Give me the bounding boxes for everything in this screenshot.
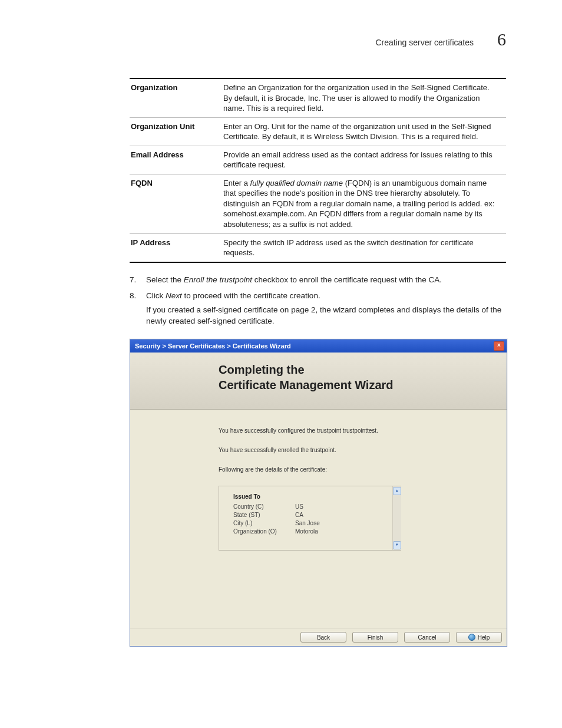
wizard-banner: Completing the Certificate Management Wi…	[130, 353, 507, 410]
desc-ip-address: Specify the switch IP address used as th…	[222, 233, 506, 262]
cancel-button[interactable]: Cancel	[404, 632, 450, 643]
table-row: FQDN Enter a fully qualified domain name…	[130, 174, 506, 233]
wizard-breadcrumb: Security > Server Certificates > Certifi…	[135, 342, 291, 350]
step-text: Click Next to proceed with the certifica…	[146, 291, 320, 302]
term-email-address: Email Address	[130, 146, 222, 174]
scroll-up-icon[interactable]: ▴	[393, 487, 401, 495]
wizard-heading: Completing the Certificate Management Wi…	[219, 362, 495, 393]
issued-to-header: Issued To	[233, 493, 394, 500]
desc-email-address: Provide an email address used as the con…	[222, 146, 506, 174]
detail-row-city: City (L) San Jose	[233, 520, 394, 526]
back-button-label: Back	[317, 634, 330, 641]
step-number: 7.	[130, 275, 146, 286]
step-8: 8. Click Next to proceed with the certif…	[130, 291, 506, 302]
msg-details: Following are the details of the certifi…	[219, 466, 489, 473]
detail-value: US	[295, 503, 303, 510]
scroll-down-icon[interactable]: ▾	[393, 541, 401, 549]
detail-row-org: Organization (O) Motorola	[233, 528, 394, 535]
desc-organization: Define an Organization for the organizat…	[222, 78, 506, 117]
wizard-dialog: Security > Server Certificates > Certifi…	[130, 339, 507, 647]
term-fqdn: FQDN	[130, 174, 222, 233]
scrollbar[interactable]: ▴ ▾	[392, 486, 401, 550]
wizard-heading-line1: Completing the	[219, 362, 495, 377]
table-row: IP Address Specify the switch IP address…	[130, 233, 506, 262]
detail-row-country: Country (C) US	[233, 503, 394, 510]
help-button-label: Help	[478, 634, 490, 641]
detail-key: Organization (O)	[233, 528, 295, 535]
step-7: 7. Select the Enroll the trustpoint chec…	[130, 275, 506, 286]
msg-configured: You have successfully configured the tru…	[219, 427, 489, 434]
back-button[interactable]: Back	[300, 632, 346, 643]
step-8-continuation: If you created a self-signed certificate…	[146, 305, 506, 327]
table-row: Organization Define an Organization for …	[130, 78, 506, 117]
wizard-footer: Back Finish Cancel Help	[130, 628, 507, 646]
wizard-body: You have successfully configured the tru…	[130, 410, 507, 628]
chapter-number: 6	[497, 29, 506, 50]
detail-key: State (ST)	[233, 512, 295, 518]
section-title: Creating server certificates	[375, 38, 474, 47]
table-row: Organization Unit Enter an Org. Unit for…	[130, 117, 506, 146]
definitions-table: Organization Define an Organization for …	[130, 78, 506, 263]
term-organization-unit: Organization Unit	[130, 117, 222, 146]
desc-organization-unit: Enter an Org. Unit for the name of the o…	[222, 117, 506, 146]
finish-button-label: Finish	[368, 634, 384, 641]
wizard-heading-line2: Certificate Management Wizard	[219, 377, 495, 393]
desc-fqdn: Enter a fully qualified domain name (FQD…	[222, 174, 506, 233]
close-icon[interactable]: ×	[494, 341, 504, 351]
help-icon	[468, 634, 475, 641]
detail-value: San Jose	[295, 520, 320, 526]
detail-key: City (L)	[233, 520, 295, 526]
step-number: 8.	[130, 291, 146, 302]
certificate-details-box: Issued To Country (C) US State (ST) CA C…	[219, 486, 401, 551]
msg-enrolled: You have successfully enrolled the trust…	[219, 447, 489, 453]
wizard-titlebar: Security > Server Certificates > Certifi…	[130, 340, 507, 353]
detail-value: CA	[295, 512, 303, 518]
finish-button[interactable]: Finish	[352, 632, 398, 643]
detail-key: Country (C)	[233, 503, 295, 510]
term-ip-address: IP Address	[130, 233, 222, 262]
step-text: Select the Enroll the trustpoint checkbo…	[146, 275, 442, 286]
fqdn-pre: Enter a	[223, 179, 250, 187]
help-button[interactable]: Help	[456, 632, 502, 643]
cancel-button-label: Cancel	[418, 634, 436, 641]
running-header: Creating server certificates 6	[130, 29, 506, 50]
table-row: Email Address Provide an email address u…	[130, 146, 506, 174]
fqdn-em: fully qualified domain name	[250, 179, 343, 187]
detail-row-state: State (ST) CA	[233, 512, 394, 518]
term-organization: Organization	[130, 78, 222, 117]
detail-value: Motorola	[295, 528, 318, 535]
